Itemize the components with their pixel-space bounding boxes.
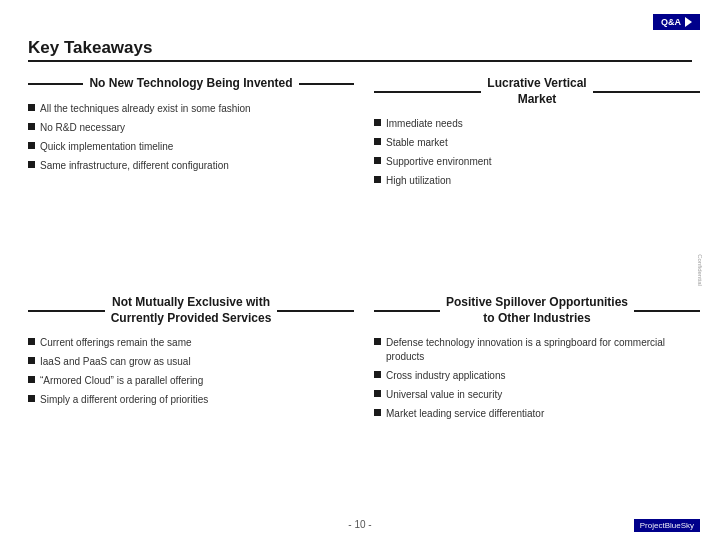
list-item: Supportive environment [374, 155, 700, 169]
bullet-icon [374, 371, 381, 378]
page-number: - 10 - [348, 519, 371, 530]
section-title-q3: Not Mutually Exclusive withCurrently Pro… [111, 295, 272, 326]
bullet-icon [374, 176, 381, 183]
list-item: Market leading service differentiator [374, 407, 700, 421]
list-item-text: Cross industry applications [386, 369, 506, 383]
quadrant-q3: Not Mutually Exclusive withCurrently Pro… [28, 291, 354, 500]
list-item: Cross industry applications [374, 369, 700, 383]
list-item-text: No R&D necessary [40, 121, 125, 135]
quadrant-q1: No New Technology Being InventedAll the … [28, 72, 354, 281]
list-item-text: Simply a different ordering of prioritie… [40, 393, 208, 407]
content-area: No New Technology Being InventedAll the … [28, 72, 700, 500]
bullet-icon [374, 338, 381, 345]
list-item: No R&D necessary [28, 121, 354, 135]
list-item: High utilization [374, 174, 700, 188]
list-item-text: Current offerings remain the same [40, 336, 192, 350]
header-line-right-2 [277, 310, 354, 312]
bullet-icon [28, 357, 35, 364]
section-title-q4: Positive Spillover Opportunitiesto Other… [446, 295, 628, 326]
bullet-icon [28, 338, 35, 345]
list-item-text: Supportive environment [386, 155, 492, 169]
list-item: Defense technology innovation is a sprin… [374, 336, 700, 364]
header-line-left-3 [374, 310, 440, 312]
section-title-q1: No New Technology Being Invented [89, 76, 292, 92]
header-line-right-0 [299, 83, 354, 85]
list-item: Universal value in security [374, 388, 700, 402]
bullet-icon [28, 142, 35, 149]
bullet-icon [374, 138, 381, 145]
list-item-text: High utilization [386, 174, 451, 188]
quadrant-q4: Positive Spillover Opportunitiesto Other… [374, 291, 700, 500]
bullet-icon [374, 390, 381, 397]
list-item: Current offerings remain the same [28, 336, 354, 350]
section-title-q2: Lucrative VerticalMarket [487, 76, 586, 107]
header-line-right-1 [593, 91, 700, 93]
bullet-list-q1: All the techniques already exist in some… [28, 102, 354, 173]
list-item-text: Immediate needs [386, 117, 463, 131]
bullet-list-q4: Defense technology innovation is a sprin… [374, 336, 700, 421]
header-line-left-0 [28, 83, 83, 85]
bullet-icon [28, 395, 35, 402]
qa-arrow-icon [685, 17, 692, 27]
list-item: Quick implementation timeline [28, 140, 354, 154]
header-line-left-1 [374, 91, 481, 93]
bullet-icon [374, 157, 381, 164]
qa-label: Q&A [661, 17, 681, 27]
bullet-icon [28, 161, 35, 168]
bullet-list-q2: Immediate needsStable marketSupportive e… [374, 117, 700, 188]
list-item: Same infrastructure, different configura… [28, 159, 354, 173]
bullet-icon [28, 104, 35, 111]
edge-text: Confidential [697, 254, 703, 286]
quadrant-q2: Lucrative VerticalMarketImmediate needsS… [374, 72, 700, 281]
header-line-left-2 [28, 310, 105, 312]
list-item-text: Same infrastructure, different configura… [40, 159, 229, 173]
list-item-text: Quick implementation timeline [40, 140, 173, 154]
list-item: Stable market [374, 136, 700, 150]
list-item-text: IaaS and PaaS can grow as usual [40, 355, 191, 369]
list-item-text: Defense technology innovation is a sprin… [386, 336, 700, 364]
list-item: Immediate needs [374, 117, 700, 131]
bullet-icon [28, 376, 35, 383]
page-title: Key Takeaways [28, 38, 692, 62]
bullet-icon [28, 123, 35, 130]
bullet-icon [374, 119, 381, 126]
bullet-icon [374, 409, 381, 416]
list-item: Simply a different ordering of prioritie… [28, 393, 354, 407]
bullet-list-q3: Current offerings remain the sameIaaS an… [28, 336, 354, 407]
project-badge: ProjectBlueSky [634, 519, 700, 532]
list-item-text: All the techniques already exist in some… [40, 102, 251, 116]
list-item: IaaS and PaaS can grow as usual [28, 355, 354, 369]
header-line-right-3 [634, 310, 700, 312]
qa-badge: Q&A [653, 14, 700, 30]
list-item: All the techniques already exist in some… [28, 102, 354, 116]
list-item-text: “Armored Cloud” is a parallel offering [40, 374, 203, 388]
list-item-text: Universal value in security [386, 388, 502, 402]
list-item-text: Market leading service differentiator [386, 407, 544, 421]
list-item-text: Stable market [386, 136, 448, 150]
list-item: “Armored Cloud” is a parallel offering [28, 374, 354, 388]
